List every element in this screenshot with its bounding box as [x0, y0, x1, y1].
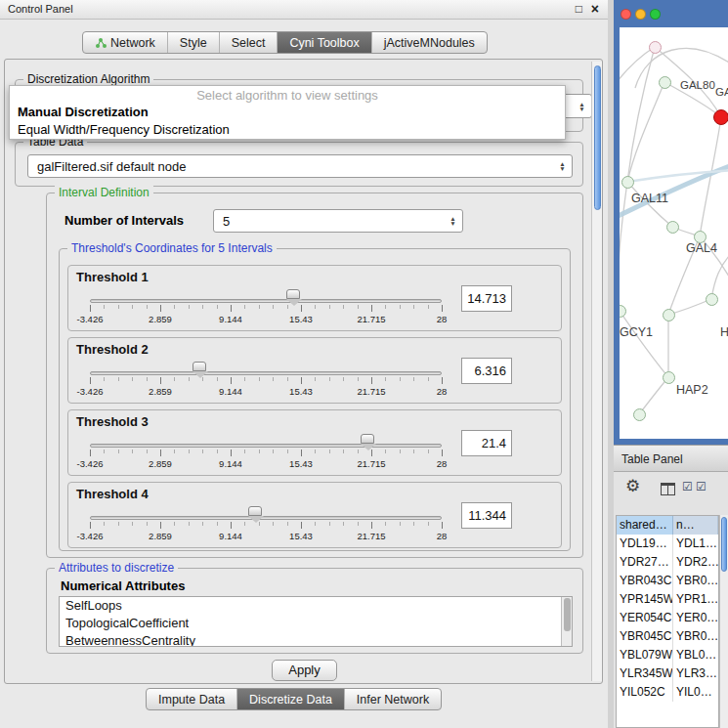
- columns-icon[interactable]: [661, 483, 675, 495]
- table-row[interactable]: YBR043C YBR0…: [617, 572, 718, 590]
- attributes-list[interactable]: SelfLoops TopologicalCoefficient Between…: [59, 596, 573, 647]
- tab-network[interactable]: Network: [83, 32, 167, 53]
- network-node[interactable]: [621, 176, 634, 189]
- network-node-selected[interactable]: [713, 109, 728, 125]
- scale-label: 9.144: [209, 458, 252, 469]
- cell-shared-name[interactable]: YPR145W: [617, 590, 673, 609]
- tab-discretize-data[interactable]: Discretize Data: [236, 689, 344, 709]
- network-node[interactable]: [663, 371, 675, 384]
- cell-shared-name[interactable]: YIL052C: [617, 683, 673, 702]
- network-canvas[interactable]: GAL80 GA GAL11 GAL4 GCY1 H HAP2: [620, 27, 728, 439]
- network-icon: [95, 37, 107, 49]
- tab-style[interactable]: Style: [167, 32, 219, 53]
- slider-track[interactable]: [90, 299, 442, 303]
- tab-select[interactable]: Select: [219, 32, 278, 53]
- panel-scrollbar[interactable]: [591, 62, 602, 681]
- cell-name[interactable]: YIL0…: [673, 683, 718, 702]
- cell-name[interactable]: YDL1…: [673, 535, 718, 553]
- table-row[interactable]: YBL079W YBL0…: [617, 646, 718, 664]
- cell-shared-name[interactable]: YDL19…: [617, 535, 673, 553]
- scale-label: 9.144: [209, 531, 252, 541]
- tab-cyni-toolbox[interactable]: Cyni Toolbox: [277, 32, 370, 53]
- checkbox-icon[interactable]: ☑: [696, 480, 707, 493]
- column-header-shared-name[interactable]: shared…: [617, 516, 673, 535]
- table-row[interactable]: YBR045C YBR0…: [617, 627, 718, 646]
- cell-name[interactable]: YDR2…: [673, 553, 718, 572]
- scale-label: 9.144: [209, 386, 252, 397]
- cell-shared-name[interactable]: YBR043C: [617, 572, 673, 590]
- threshold-2-value[interactable]: 6.316: [461, 358, 512, 384]
- list-scrollbar[interactable]: [561, 597, 572, 646]
- threshold-1-value[interactable]: 14.713: [461, 285, 512, 312]
- threshold-4-value[interactable]: 11.344: [461, 502, 512, 529]
- cell-shared-name[interactable]: YBR045C: [617, 627, 673, 646]
- network-node[interactable]: [659, 76, 671, 89]
- network-node[interactable]: [706, 293, 718, 306]
- table-row[interactable]: YPR145W YPR1…: [617, 590, 718, 609]
- network-node[interactable]: [666, 221, 679, 234]
- scale-label: 15.43: [279, 314, 322, 324]
- scrollbar-thumb[interactable]: [594, 65, 601, 210]
- threshold-3-value[interactable]: 21.4: [461, 430, 512, 456]
- cell-name[interactable]: YLR3…: [673, 664, 718, 683]
- gear-icon[interactable]: ⚙: [625, 476, 640, 496]
- combo-stepper-icon[interactable]: ▲ ▼: [575, 95, 589, 117]
- cell-shared-name[interactable]: YLR345W: [617, 664, 673, 683]
- node-label: GCY1: [620, 325, 653, 339]
- table-row[interactable]: YLR345W YLR3…: [617, 664, 718, 683]
- scrollbar-thumb[interactable]: [564, 598, 571, 631]
- control-panel: Control Panel □ × Network Style Select C…: [0, 0, 608, 728]
- slider-track[interactable]: [90, 444, 442, 448]
- list-item[interactable]: SelfLoops: [60, 597, 572, 615]
- dropdown-option-manual[interactable]: Manual Discretization: [10, 104, 565, 121]
- tab-infer-network[interactable]: Infer Network: [344, 689, 441, 709]
- node-attribute-table[interactable]: shared… n… YDL19… YDL1… YDR27… YDR2… YBR…: [616, 515, 719, 728]
- table-data-combobox[interactable]: galFiltered.sif default node ▲ ▼: [27, 154, 573, 178]
- num-intervals-combobox[interactable]: 5 ▲ ▼: [213, 209, 463, 233]
- cell-name[interactable]: YBR0…: [673, 627, 718, 646]
- table-row[interactable]: YDL19… YDL1…: [617, 535, 718, 553]
- column-header-name[interactable]: n…: [673, 516, 718, 535]
- threshold-2-slider[interactable]: -3.426 2.859 9.144 15.43 21.715 28: [90, 362, 442, 401]
- cell-name[interactable]: YER0…: [673, 609, 718, 627]
- checkbox-icon[interactable]: ☑: [682, 480, 693, 493]
- threshold-1-slider[interactable]: -3.426 2.859 9.144 15.43 21.715 28: [90, 289, 442, 328]
- float-window-icon[interactable]: □: [576, 2, 582, 16]
- combo-stepper-icon[interactable]: ▲ ▼: [555, 155, 570, 177]
- list-item[interactable]: BetweennessCentrality: [60, 632, 572, 647]
- list-item[interactable]: TopologicalCoefficient: [60, 615, 572, 632]
- threshold-3-slider[interactable]: -3.426 2.859 9.144 15.43 21.715 28: [90, 434, 442, 473]
- slider-track[interactable]: [90, 371, 442, 375]
- tab-impute-data[interactable]: Impute Data: [147, 689, 236, 709]
- close-traffic-light-icon[interactable]: [621, 9, 631, 20]
- slider-thumb[interactable]: [286, 289, 300, 299]
- zoom-traffic-light-icon[interactable]: [650, 9, 661, 20]
- close-icon[interactable]: ×: [591, 1, 599, 17]
- network-node[interactable]: [633, 408, 646, 421]
- cell-name[interactable]: YPR1…: [673, 590, 718, 609]
- cell-name[interactable]: YBL0…: [673, 646, 718, 664]
- cell-shared-name[interactable]: YDR27…: [617, 553, 673, 572]
- threshold-2-group: Threshold 2 -3.426 2.859 9.144 15.43 21.…: [67, 337, 562, 404]
- apply-button[interactable]: Apply: [272, 660, 337, 681]
- network-node[interactable]: [649, 41, 662, 54]
- slider-thumb[interactable]: [193, 362, 206, 371]
- table-row[interactable]: YDR27… YDR2…: [617, 553, 718, 572]
- cell-shared-name[interactable]: YER054C: [617, 609, 673, 627]
- table-row[interactable]: YIL052C YIL0…: [617, 683, 718, 702]
- slider-ticks: [90, 450, 443, 456]
- slider-track[interactable]: [90, 516, 442, 520]
- dropdown-option-equal-width[interactable]: Equal Width/Frequency Discretization: [10, 121, 565, 139]
- combo-stepper-icon[interactable]: ▲ ▼: [446, 210, 460, 232]
- slider-thumb[interactable]: [361, 434, 374, 444]
- minimize-traffic-light-icon[interactable]: [635, 9, 646, 20]
- tab-jactivemnodules[interactable]: jActiveMNodules: [371, 32, 487, 53]
- table-scrollbar[interactable]: [719, 515, 728, 728]
- network-node[interactable]: [663, 309, 675, 321]
- table-row[interactable]: YER054C YER0…: [617, 609, 718, 627]
- slider-thumb[interactable]: [248, 506, 262, 516]
- threshold-4-slider[interactable]: -3.426 2.859 9.144 15.43 21.715 28: [90, 506, 442, 545]
- scrollbar-thumb[interactable]: [721, 517, 727, 572]
- cell-shared-name[interactable]: YBL079W: [617, 646, 673, 664]
- cell-name[interactable]: YBR0…: [673, 572, 718, 590]
